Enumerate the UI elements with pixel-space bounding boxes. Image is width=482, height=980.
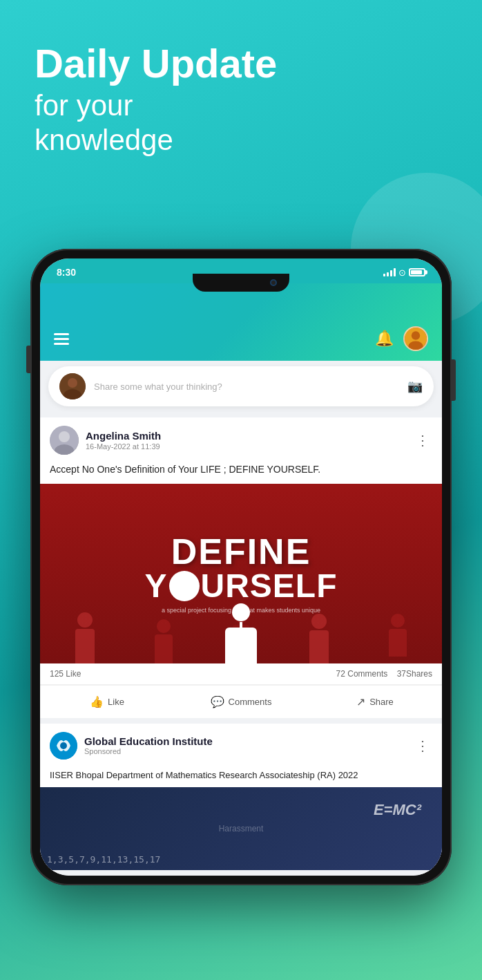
share-icon: ↗ [356, 695, 365, 708]
define-text-top: DEFINE [171, 534, 311, 569]
post-stats-1: 125 Like 72 Comments 37Shares [40, 663, 442, 685]
svg-point-10 [60, 742, 67, 749]
battery-icon [409, 268, 425, 276]
like-button[interactable]: 👍 Like [40, 688, 174, 715]
svg-point-2 [408, 341, 423, 351]
author-name-1: Angelina Smith [86, 430, 161, 442]
math-numbers: 1,3,5,7,9,11,13,15,17 [47, 854, 160, 865]
phone-notch [193, 274, 289, 292]
sponsored-author-name: Global Education Institute [84, 735, 213, 747]
comments-count: 72 Comments [336, 669, 388, 679]
sponsored-author-info: Global Education Institute Sponsored [50, 732, 213, 760]
hero-subtitle: for your knowledge [35, 88, 447, 158]
sponsored-post-image: 1,3,5,7,9,11,13,15,17 E=MC² Harassment [40, 787, 442, 870]
math-formula: E=MC² [374, 801, 421, 819]
phone-mockup: 8:30 ⊙ [30, 249, 452, 885]
org-logo [50, 732, 77, 760]
phone-frame: 8:30 ⊙ [30, 249, 452, 885]
shares-count: 37Shares [397, 669, 432, 679]
share-button[interactable]: ↗ Share [308, 688, 442, 715]
more-options-btn-sponsored[interactable]: ⋮ [413, 737, 432, 754]
phone-screen: 8:30 ⊙ [40, 258, 442, 876]
post-text-1: Accept No One's Definition of Your LIFE … [40, 460, 442, 484]
notifications-icon[interactable]: 🔔 [375, 330, 394, 348]
wifi-icon: ⊙ [398, 267, 406, 278]
front-camera [270, 279, 277, 286]
header-icons: 🔔 [375, 326, 428, 351]
more-options-btn-1[interactable]: ⋮ [413, 432, 432, 449]
sponsored-post-card: Global Education Institute Sponsored ⋮ I… [40, 724, 442, 870]
sponsored-post-text: IISER Bhopal Department of Mathematics R… [40, 765, 442, 787]
likes-count: 125 Like [50, 669, 81, 679]
feed: Angelina Smith 16-May-2022 at 11:39 ⋮ Ac… [40, 412, 442, 876]
comments-button[interactable]: 💬 Comments [174, 688, 308, 715]
like-icon: 👍 [90, 695, 104, 708]
app-header: 🔔 [40, 283, 442, 361]
center-figure [225, 603, 257, 663]
post-image-1: DEFINE Y URSELF a special project focusi… [40, 484, 442, 663]
hero-section: Daily Update for your knowledge [0, 0, 482, 172]
post-date-1: 16-May-2022 at 11:39 [86, 442, 161, 451]
sponsored-post-header: Global Education Institute Sponsored ⋮ [40, 724, 442, 765]
post-actions-1: 👍 Like 💬 Comments ↗ Share [40, 685, 442, 718]
author-avatar-1 [50, 426, 79, 455]
svg-point-1 [412, 331, 420, 339]
signal-bars-icon [383, 268, 396, 276]
comments-icon: 💬 [211, 695, 224, 708]
user-avatar-header[interactable] [403, 326, 428, 351]
post-composer[interactable]: Share some what your thinking? 📷 [48, 366, 434, 406]
post-header-1: Angelina Smith 16-May-2022 at 11:39 ⋮ [40, 417, 442, 460]
hero-title: Daily Update [35, 41, 447, 86]
status-icons: ⊙ [383, 267, 425, 278]
camera-icon[interactable]: 📷 [407, 379, 423, 394]
post-author-info-1: Angelina Smith 16-May-2022 at 11:39 [50, 426, 161, 455]
post-input-placeholder[interactable]: Share some what your thinking? [94, 381, 399, 392]
user-avatar-composer [59, 373, 86, 399]
menu-button[interactable] [54, 333, 69, 345]
define-text-yourself: Y URSELF [144, 569, 337, 603]
svg-point-7 [59, 431, 70, 442]
svg-point-4 [68, 378, 77, 388]
post-card-1: Angelina Smith 16-May-2022 at 11:39 ⋮ Ac… [40, 417, 442, 718]
harassment-text: Harassment [219, 824, 264, 833]
status-time: 8:30 [57, 267, 76, 278]
avatar-image [405, 326, 427, 351]
sponsored-label: Sponsored [84, 747, 213, 755]
